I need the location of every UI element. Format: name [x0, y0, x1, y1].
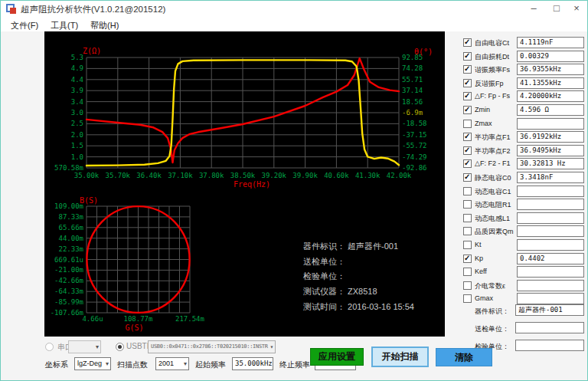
b-tick: 22.33m: [58, 245, 83, 253]
result-field-4[interactable]: 4.20000kHz: [517, 90, 584, 102]
chevron-down-icon: ▾: [270, 341, 273, 353]
result-checkbox-9[interactable]: [463, 159, 472, 168]
menu-item-1[interactable]: 工具(T): [48, 19, 80, 32]
y-right-tick: -92.86: [402, 164, 427, 172]
menu-item-2[interactable]: 帮助(H): [88, 19, 121, 32]
result-field-15[interactable]: [517, 239, 584, 251]
menu-item-0[interactable]: 文件(F): [8, 19, 41, 32]
b-tick: 669.61u: [54, 256, 83, 264]
inspector-unit-field[interactable]: [515, 340, 584, 351]
b-tick: 44.00m: [58, 235, 83, 242]
g-tick: 4.66u: [82, 315, 103, 323]
result-checkbox-19[interactable]: [463, 294, 472, 303]
usbtmc-radio[interactable]: [116, 343, 124, 351]
result-label-18: 介电常数ε: [475, 281, 505, 291]
result-checkbox-6[interactable]: [463, 120, 472, 128]
x-tick: 35.00k: [74, 172, 100, 179]
start-freq-input[interactable]: 35.000kHz: [232, 357, 273, 370]
result-field-0[interactable]: 4.1119nF: [517, 37, 584, 48]
z-axis-title: Z(Ω): [83, 47, 101, 55]
result-checkbox-17[interactable]: [463, 268, 472, 276]
y-left-tick: 3.9: [71, 87, 83, 94]
result-checkbox-16[interactable]: [463, 255, 472, 263]
start-scan-button[interactable]: 开始扫描: [371, 347, 429, 367]
result-field-11[interactable]: [517, 186, 584, 197]
overlay-line-0: 器件标识： 超声器件-001: [303, 241, 398, 251]
result-checkbox-11[interactable]: [463, 187, 472, 195]
result-field-6[interactable]: [517, 118, 584, 130]
result-checkbox-10[interactable]: [463, 173, 472, 182]
apply-settings-button[interactable]: 应用设置: [310, 348, 364, 366]
chevron-down-icon: ▾: [96, 341, 99, 353]
result-checkbox-1[interactable]: [463, 52, 472, 61]
result-label-11: 动态电容C1: [475, 187, 511, 197]
serial-radio[interactable]: [45, 343, 54, 351]
result-label-9: △F: F2 - F1: [475, 159, 510, 167]
result-field-1[interactable]: 0.00329: [517, 51, 584, 62]
result-field-12[interactable]: [517, 199, 584, 210]
y-left-tick: 1.5: [71, 142, 83, 149]
x-tick: 38.50k: [230, 172, 256, 179]
app-window: 超声阻抗分析软件(V1.0.21@201512) – □ × 文件(F)工具(T…: [0, 0, 588, 381]
result-field-16[interactable]: 0.4402: [517, 253, 584, 264]
maximize-button[interactable]: □: [546, 1, 567, 18]
result-checkbox-5[interactable]: [463, 106, 472, 114]
result-label-4: △F: Fp - Fs: [475, 92, 510, 100]
y-right-tick: 37.14: [402, 87, 423, 94]
result-checkbox-4[interactable]: [463, 92, 472, 100]
device-id-field[interactable]: 超声器件-001: [515, 304, 584, 316]
result-field-10[interactable]: 3.3418nF: [517, 172, 584, 183]
result-field-13[interactable]: [517, 212, 584, 224]
serial-port-combo[interactable]: ▾: [68, 340, 101, 353]
result-label-3: 反谐振Fp: [475, 79, 504, 89]
y-left-tick: 4.9: [71, 64, 83, 72]
result-field-17[interactable]: [517, 266, 584, 278]
g-axis-title: G(S): [125, 324, 143, 332]
result-checkbox-2[interactable]: [463, 65, 472, 74]
sender-unit-field[interactable]: [515, 322, 584, 333]
scan-points-label: 扫描点数: [117, 360, 148, 370]
scan-points-combo[interactable]: 2001▾: [155, 357, 189, 370]
overlay-line-3: 测试仪器： ZX8518: [303, 287, 377, 296]
y-right-tick: -74.29: [402, 153, 427, 161]
usbtmc-combo[interactable]: USB0::0x0471::0x2786::T020215010::INSTR▾: [148, 340, 276, 353]
b-tick: -64.33m: [54, 287, 83, 295]
result-field-19[interactable]: [517, 293, 584, 304]
result-label-7: 半功率点F1: [475, 133, 511, 143]
x-tick: 37.80k: [199, 172, 224, 179]
b-tick: 65.66m: [58, 224, 83, 232]
coord-system-combo[interactable]: lgZ-Deg▾: [74, 357, 111, 370]
result-checkbox-3[interactable]: [463, 79, 472, 87]
result-checkbox-0[interactable]: [463, 38, 472, 47]
result-checkbox-7[interactable]: [463, 133, 472, 141]
device-id-label: 器件标识：: [475, 307, 509, 317]
y-left-tick: 1.0: [71, 153, 83, 161]
result-label-14: 品质因素Qm: [475, 227, 514, 237]
result-checkbox-14[interactable]: [463, 227, 472, 235]
result-checkbox-13[interactable]: [463, 214, 472, 222]
y-left-tick: 2.0: [71, 131, 83, 139]
result-field-3[interactable]: 41.1355kHz: [517, 77, 584, 89]
clear-button[interactable]: 清除: [436, 348, 492, 366]
result-field-9[interactable]: 30.32813 Hz: [517, 158, 584, 169]
b-tick: -85.99m: [54, 298, 83, 306]
result-label-8: 半功率点F2: [475, 146, 511, 156]
result-field-8[interactable]: 36.9495kHz: [517, 145, 584, 156]
result-label-6: Zmax: [475, 120, 492, 127]
result-field-5[interactable]: 4.596 Ω: [517, 104, 584, 116]
result-field-14[interactable]: [517, 225, 584, 237]
result-checkbox-8[interactable]: [463, 146, 472, 155]
y-right-tick: -6.9m: [402, 109, 423, 117]
result-checkbox-15[interactable]: [463, 241, 472, 249]
result-label-15: Kt: [475, 241, 482, 248]
minimize-button[interactable]: –: [523, 1, 544, 18]
result-field-2[interactable]: 36.9355kHz: [517, 64, 584, 75]
result-checkbox-12[interactable]: [463, 200, 472, 209]
result-field-18[interactable]: [517, 280, 584, 291]
result-field-7[interactable]: 36.9192kHz: [517, 131, 584, 143]
window-title: 超声阻抗分析软件(V1.0.21@201512): [21, 4, 165, 15]
result-checkbox-18[interactable]: [463, 281, 472, 290]
y-left-tick: 2.5: [71, 120, 83, 127]
result-label-10: 静态电容C0: [475, 173, 511, 183]
close-button[interactable]: ×: [566, 1, 587, 18]
